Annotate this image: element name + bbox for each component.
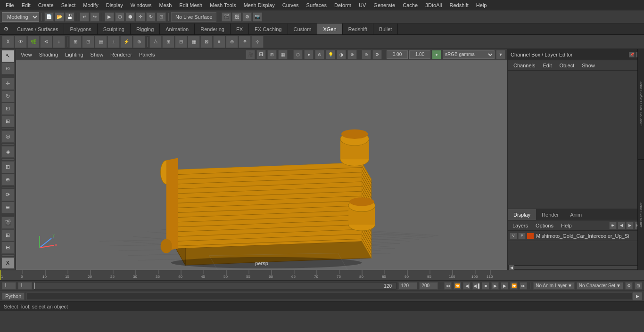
cb-menu-edit[interactable]: Edit bbox=[539, 62, 555, 69]
tool-btn16[interactable]: ⊠ bbox=[200, 36, 213, 48]
menu-mesh-display[interactable]: Mesh Display bbox=[240, 1, 279, 9]
python-label[interactable]: Python bbox=[2, 292, 25, 300]
vp-isolate-btn[interactable]: ⊕ bbox=[362, 50, 371, 59]
layers-subtab[interactable]: Layers bbox=[510, 222, 531, 229]
tool-btn13[interactable]: ⊞ bbox=[162, 36, 174, 48]
vp-menu-view[interactable]: View bbox=[18, 51, 35, 58]
menu-curves[interactable]: Curves bbox=[279, 1, 303, 9]
camera-orbit-btn[interactable]: ⟳ bbox=[1, 189, 15, 201]
vp-menu-shading[interactable]: Shading bbox=[36, 51, 61, 58]
tool-btn10[interactable]: ⚡ bbox=[120, 36, 132, 48]
tool-btn14[interactable]: ⊟ bbox=[175, 36, 187, 48]
vp-far-clip-field[interactable] bbox=[409, 50, 430, 59]
vp-menu-show[interactable]: Show bbox=[88, 51, 107, 58]
playback-prev-key-btn[interactable]: ◀ bbox=[463, 282, 471, 290]
mode-tab-animation[interactable]: Animation bbox=[160, 24, 195, 34]
layer-color-swatch[interactable] bbox=[527, 233, 534, 239]
layer-tab-anim[interactable]: Anim bbox=[564, 209, 587, 220]
vp-color-mode-btn[interactable]: ● bbox=[432, 50, 441, 59]
menu-uv[interactable]: UV bbox=[355, 1, 370, 9]
render-btn[interactable]: 🎬 bbox=[222, 12, 231, 22]
menu-redshift[interactable]: Redshift bbox=[446, 1, 472, 9]
rotate-tool-btn[interactable]: ↻ bbox=[146, 12, 156, 22]
live-surface-btn[interactable]: No Live Surface bbox=[171, 12, 216, 22]
tool-xgen-btn1[interactable]: X bbox=[2, 36, 14, 48]
layer-first-btn[interactable]: ⏮ bbox=[609, 222, 617, 229]
char-set-dropdown[interactable]: No Character Set ▼ bbox=[577, 282, 623, 290]
frame-slider[interactable]: 120 bbox=[34, 282, 396, 290]
vp-smooth-btn[interactable]: ● bbox=[304, 50, 314, 59]
mode-tab-rendering[interactable]: Rendering bbox=[195, 24, 231, 34]
menu-generate[interactable]: Generate bbox=[370, 1, 399, 9]
playback-step-back-btn[interactable]: ⏪ bbox=[454, 282, 461, 290]
new-scene-btn[interactable]: 📄 bbox=[44, 12, 54, 22]
xgen-brush-btn[interactable]: X bbox=[1, 257, 15, 269]
vp-film-icon[interactable]: 🎞 bbox=[256, 50, 266, 59]
vp-camera-settings-btn[interactable]: ⚙ bbox=[372, 50, 382, 59]
cb-menu-show[interactable]: Show bbox=[578, 62, 599, 69]
mode-tab-sculpting[interactable]: Sculpting bbox=[98, 24, 131, 34]
mode-tab-xgen[interactable]: XGen bbox=[317, 24, 342, 34]
transform-tool[interactable]: ⊞ bbox=[1, 115, 15, 128]
rotate-tool[interactable]: ↻ bbox=[1, 90, 15, 103]
vp-menu-lighting[interactable]: Lighting bbox=[62, 51, 86, 58]
vp-menu-renderer[interactable]: Renderer bbox=[107, 51, 135, 58]
mode-tab-curves-surfaces[interactable]: Curves / Surfaces bbox=[11, 24, 64, 34]
menu-select[interactable]: Select bbox=[58, 1, 80, 9]
tool-btn20[interactable]: ⊹ bbox=[251, 36, 264, 48]
python-run-btn[interactable]: ▶ bbox=[633, 292, 642, 300]
show-manip-btn[interactable]: ◈ bbox=[1, 146, 15, 158]
layer-scroll-track[interactable] bbox=[514, 266, 637, 269]
scale-tool[interactable]: ⊡ bbox=[1, 103, 15, 115]
mode-tab-polygons[interactable]: Polygons bbox=[64, 24, 97, 34]
snap-curve-btn[interactable]: ⊕ bbox=[1, 174, 15, 186]
tool-btn4[interactable]: ⟲ bbox=[40, 36, 52, 48]
scale-tool-btn[interactable]: ⊡ bbox=[157, 12, 166, 22]
open-scene-btn[interactable]: 📂 bbox=[55, 12, 64, 22]
playback-extra-btn[interactable]: ⊞ bbox=[635, 282, 642, 290]
render-settings-btn[interactable]: ⚙ bbox=[242, 12, 252, 22]
tool-btn8[interactable]: ▤ bbox=[95, 36, 107, 48]
mode-tab-fx-caching[interactable]: FX Caching bbox=[249, 24, 288, 34]
menu-file[interactable]: File bbox=[2, 1, 18, 9]
zoom-btn[interactable]: ⊕ bbox=[1, 202, 15, 214]
timeline-track[interactable]: 1 5 10 15 20 25 30 bbox=[0, 270, 644, 281]
playback-settings-btn[interactable]: ⚙ bbox=[625, 282, 633, 290]
tool-btn11[interactable]: ⊛ bbox=[133, 36, 145, 48]
tool-btn9[interactable]: ⟂ bbox=[107, 36, 120, 48]
tool-btn19[interactable]: ⚘ bbox=[239, 36, 251, 48]
vp-gamma-select[interactable]: sRGB gamma bbox=[443, 50, 495, 59]
cb-menu-object[interactable]: Object bbox=[555, 62, 578, 69]
select-tool-btn[interactable]: ▶ bbox=[105, 12, 114, 22]
layer-next-btn[interactable]: ▶ bbox=[626, 222, 634, 229]
vp-texture-btn[interactable]: ⊙ bbox=[315, 50, 324, 59]
frame-max-field[interactable]: 200 bbox=[419, 282, 438, 290]
viewport-canvas[interactable]: persp Y X Z bbox=[16, 60, 507, 270]
layer-vis-v-btn[interactable]: V bbox=[510, 233, 517, 239]
menu-edit-mesh[interactable]: Edit Mesh bbox=[175, 1, 206, 9]
vp-shadow-btn[interactable]: ◑ bbox=[337, 50, 346, 59]
vp-light-btn[interactable]: 💡 bbox=[326, 50, 335, 59]
menu-cache[interactable]: Cache bbox=[399, 1, 421, 9]
workspace-dropdown[interactable]: Modeling bbox=[2, 12, 39, 22]
vp-wireframe-btn[interactable]: ⬡ bbox=[293, 50, 303, 59]
mode-tab-custom[interactable]: Custom bbox=[288, 24, 318, 34]
mode-tab-rigging[interactable]: Rigging bbox=[131, 24, 160, 34]
tool-btn5[interactable]: ↓ bbox=[53, 36, 65, 48]
move-tool[interactable]: ✛ bbox=[1, 78, 15, 90]
render-view-btn[interactable]: 🎬 bbox=[1, 217, 15, 229]
vp-grid-icon[interactable]: ⊞ bbox=[267, 50, 277, 59]
vp-display-icon[interactable]: ▦ bbox=[278, 50, 288, 59]
timeline-ruler[interactable]: 1 5 10 15 20 25 30 bbox=[0, 270, 644, 280]
tool-btn3[interactable]: 🌿 bbox=[27, 36, 40, 48]
soft-select-btn[interactable]: ◎ bbox=[1, 130, 15, 143]
tool-btn6[interactable]: ⊞ bbox=[69, 36, 82, 48]
frame-start-field[interactable]: 1 bbox=[2, 282, 16, 290]
scene-view-btn[interactable]: ⊞ bbox=[1, 229, 15, 242]
menu-surfaces[interactable]: Surfaces bbox=[303, 1, 330, 9]
mode-tab-fx[interactable]: FX bbox=[231, 24, 249, 34]
tool-btn18[interactable]: ⊕ bbox=[226, 36, 238, 48]
tool-btn7[interactable]: ⊡ bbox=[82, 36, 94, 48]
undo-btn[interactable]: ↩ bbox=[80, 12, 89, 22]
channel-box-side-label[interactable]: Channel Box / Layer Editor bbox=[639, 81, 643, 127]
